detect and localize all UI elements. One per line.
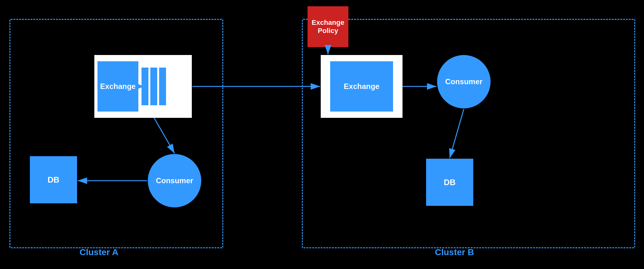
exchange-box-a: Exchange bbox=[97, 61, 138, 112]
exchange-block-a: Exchange bbox=[94, 55, 192, 118]
exchange-box-b: Exchange bbox=[330, 61, 393, 112]
queue-line-1 bbox=[142, 68, 148, 105]
db-box-b: DB bbox=[426, 159, 473, 206]
exchange-block-b: Exchange bbox=[321, 55, 402, 118]
consumer-circle-b: Consumer bbox=[437, 55, 491, 108]
db-box-a: DB bbox=[30, 156, 77, 203]
consumer-circle-a: Consumer bbox=[148, 154, 201, 207]
cluster-a-label: Cluster A bbox=[80, 247, 118, 257]
exchange-policy-label: ExchangePolicy bbox=[312, 19, 344, 35]
cluster-b-border: Cluster B bbox=[302, 19, 635, 248]
queue-line-3 bbox=[159, 68, 166, 105]
queue-lines-a bbox=[142, 68, 166, 105]
queue-line-2 bbox=[150, 68, 157, 105]
diagram-container: Cluster A Cluster B ExchangePolicy Excha… bbox=[0, 0, 644, 269]
exchange-policy-box: ExchangePolicy bbox=[308, 6, 348, 47]
cluster-a-border: Cluster A bbox=[9, 19, 223, 248]
cluster-b-label: Cluster B bbox=[435, 247, 474, 257]
